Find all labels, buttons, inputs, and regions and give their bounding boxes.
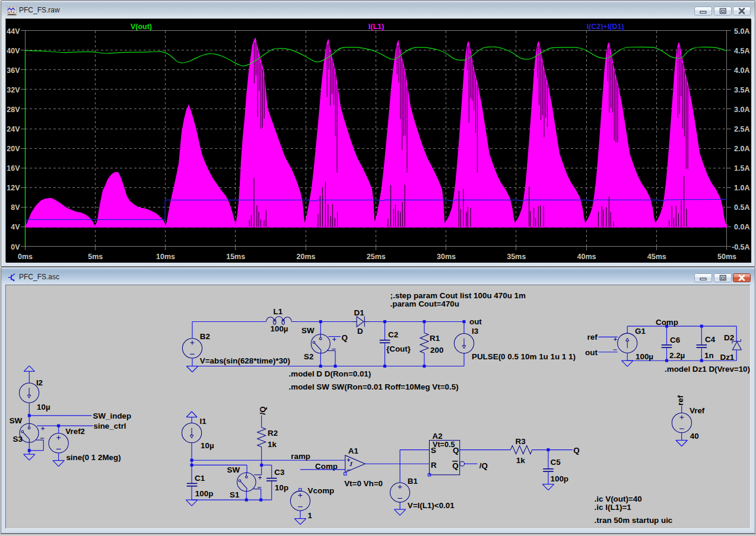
- svg-text:30ms: 30ms: [437, 253, 456, 261]
- svg-text:1.5A: 1.5A: [734, 164, 749, 173]
- svg-text:sine(0 1 2Meg): sine(0 1 2Meg): [66, 453, 120, 462]
- svg-text:G1: G1: [635, 327, 646, 336]
- svg-text:I2: I2: [36, 378, 43, 387]
- svg-text:Dz1: Dz1: [720, 353, 735, 362]
- svg-text:5.0A: 5.0A: [734, 27, 749, 36]
- svg-text:D: D: [357, 327, 363, 336]
- svg-text:1.0A: 1.0A: [734, 184, 749, 192]
- svg-text:3.5A: 3.5A: [734, 86, 749, 94]
- svg-text:40ms: 40ms: [577, 253, 596, 261]
- svg-text:SW_indep: SW_indep: [93, 411, 132, 420]
- svg-text:50ms: 50ms: [717, 253, 736, 261]
- svg-text:.ic V(out)=40: .ic V(out)=40: [595, 494, 642, 503]
- svg-text:.ic I(L1)=1: .ic I(L1)=1: [595, 503, 632, 512]
- svg-text:.model D D(Ron=0.01): .model D D(Ron=0.01): [289, 369, 371, 378]
- svg-text:S2: S2: [304, 352, 313, 361]
- svg-text:A1: A1: [348, 446, 359, 455]
- svg-text:V(out): V(out): [131, 23, 152, 31]
- svg-text:1n: 1n: [704, 351, 714, 360]
- svg-text:.tran 50m startup uic: .tran 50m startup uic: [595, 516, 673, 525]
- svg-text:8V: 8V: [11, 203, 20, 212]
- svg-text:3.0A: 3.0A: [734, 106, 749, 114]
- svg-text:35ms: 35ms: [507, 253, 526, 261]
- svg-text:S3: S3: [13, 435, 23, 444]
- svg-text:32V: 32V: [7, 86, 20, 94]
- svg-text:ramp: ramp: [291, 452, 310, 461]
- svg-text:Vcomp: Vcomp: [308, 486, 335, 495]
- svg-text:PULSE(0 0.5 10m 1u 1u 1 1): PULSE(0 0.5 10m 1u 1u 1 1): [472, 352, 576, 361]
- svg-text:.model SW SW(Ron=0.01 Roff=10M: .model SW SW(Ron=0.01 Roff=10Meg Vt=0.5): [289, 382, 459, 391]
- svg-text:Comp: Comp: [315, 462, 338, 471]
- svg-text:0ms: 0ms: [18, 253, 33, 261]
- svg-text:.model Dz1 D(Vrev=10): .model Dz1 D(Vrev=10): [665, 365, 750, 374]
- svg-text:/Q: /Q: [479, 461, 488, 470]
- svg-text:SW: SW: [227, 465, 240, 474]
- svg-text:0.5A: 0.5A: [734, 203, 749, 212]
- svg-text:20ms: 20ms: [297, 253, 316, 261]
- svg-text:Q: Q: [452, 461, 458, 470]
- svg-text:.param Cout=470u: .param Cout=470u: [390, 299, 459, 308]
- svg-text:4.5A: 4.5A: [734, 47, 749, 55]
- svg-text:R1: R1: [430, 334, 440, 343]
- svg-text:45ms: 45ms: [647, 253, 666, 261]
- svg-text:100µ: 100µ: [636, 352, 653, 361]
- svg-text:;.step param Cout list 100u 47: ;.step param Cout list 100u 470u 1m: [390, 291, 526, 300]
- svg-text:0V: 0V: [11, 243, 20, 251]
- svg-text:D2: D2: [724, 333, 734, 342]
- svg-text:4V: 4V: [11, 223, 20, 231]
- svg-text:D1: D1: [354, 308, 365, 317]
- svg-text:out: out: [469, 317, 482, 326]
- svg-text:10µ: 10µ: [201, 441, 214, 450]
- svg-text:R2: R2: [268, 429, 278, 438]
- svg-text:C6: C6: [670, 336, 680, 344]
- svg-text:1k: 1k: [268, 440, 277, 449]
- svg-text:A2: A2: [433, 432, 443, 441]
- svg-text:-0.5A: -0.5A: [732, 243, 750, 251]
- svg-text:B2: B2: [200, 332, 210, 341]
- svg-text:200: 200: [430, 346, 443, 355]
- svg-text:15ms: 15ms: [226, 253, 245, 261]
- svg-text:2.0A: 2.0A: [734, 145, 749, 153]
- svg-text:B1: B1: [408, 477, 418, 486]
- svg-text:I(C2)+I(D1): I(C2)+I(D1): [587, 23, 624, 31]
- svg-text:ref: ref: [587, 333, 598, 342]
- svg-text:36V: 36V: [7, 66, 20, 75]
- svg-text:SW: SW: [301, 326, 315, 335]
- svg-text:SW: SW: [9, 416, 23, 425]
- svg-text:2.2µ: 2.2µ: [669, 351, 685, 360]
- svg-text:sine_ctrl: sine_ctrl: [94, 422, 126, 430]
- svg-text:100p: 100p: [195, 489, 214, 498]
- svg-text:44V: 44V: [7, 27, 20, 36]
- svg-text:/Q: /Q: [258, 406, 267, 414]
- svg-text:S1: S1: [230, 490, 240, 499]
- svg-text:S: S: [431, 446, 436, 455]
- svg-text:Vref: Vref: [690, 406, 705, 415]
- svg-text:Q: Q: [342, 333, 348, 342]
- svg-text:40V: 40V: [7, 47, 20, 55]
- svg-text:28V: 28V: [7, 106, 20, 114]
- svg-text:out: out: [585, 348, 598, 357]
- svg-text:0.0A: 0.0A: [734, 223, 749, 231]
- svg-text:20V: 20V: [7, 145, 20, 153]
- svg-text:1k: 1k: [516, 456, 525, 465]
- svg-text:4.0A: 4.0A: [734, 66, 749, 75]
- svg-text:5ms: 5ms: [88, 253, 103, 261]
- svg-text:R3: R3: [516, 437, 526, 446]
- svg-text:16V: 16V: [7, 164, 20, 173]
- svg-text:C5: C5: [551, 458, 561, 467]
- svg-text:25ms: 25ms: [367, 253, 386, 261]
- svg-text:2.5A: 2.5A: [734, 125, 749, 133]
- svg-text:Q: Q: [453, 446, 459, 455]
- svg-text:I(L1): I(L1): [369, 23, 384, 31]
- svg-text:Vt=0 Vh=0: Vt=0 Vh=0: [344, 479, 383, 488]
- svg-text:Comp: Comp: [656, 318, 678, 327]
- svg-text:C2: C2: [388, 330, 398, 339]
- svg-text:ref: ref: [676, 395, 685, 406]
- svg-text:100µ: 100µ: [271, 324, 288, 333]
- svg-text:10µ: 10µ: [37, 403, 50, 411]
- svg-text:12V: 12V: [7, 184, 20, 192]
- svg-text:I1: I1: [200, 417, 207, 426]
- svg-text:L1: L1: [274, 307, 283, 316]
- svg-text:{Cout}: {Cout}: [386, 344, 411, 353]
- svg-text:1: 1: [308, 511, 313, 520]
